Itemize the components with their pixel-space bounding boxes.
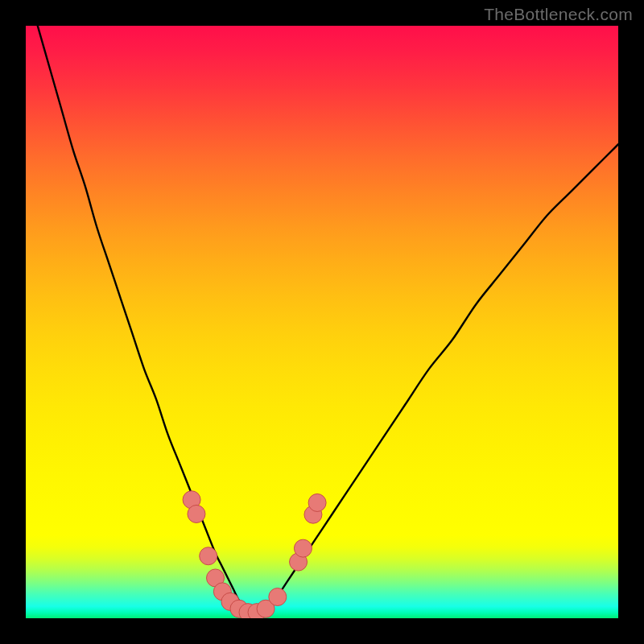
plot-area	[26, 26, 618, 618]
data-marker	[269, 588, 287, 606]
curve-group	[38, 26, 618, 615]
data-marker	[188, 505, 205, 522]
bottleneck-curve	[38, 26, 618, 615]
marker-group	[183, 491, 326, 618]
data-marker	[294, 539, 312, 557]
chart-frame: TheBottleneck.com	[0, 0, 644, 644]
data-marker	[308, 493, 326, 511]
chart-svg	[26, 26, 618, 618]
watermark-text: TheBottleneck.com	[484, 5, 633, 24]
data-marker	[200, 547, 217, 565]
